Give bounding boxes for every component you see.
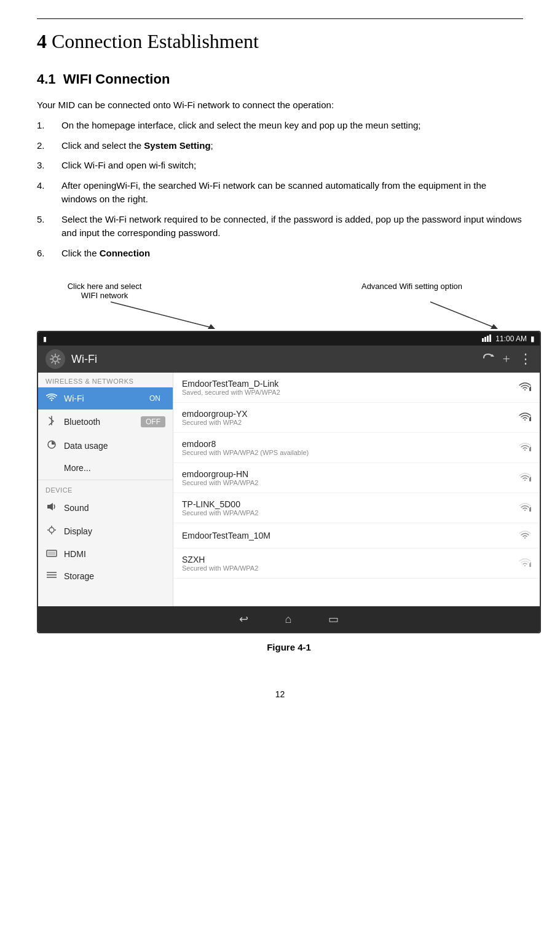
wifi-info-4: emdoorgroup-HN Secured with WPA/WPA2 bbox=[182, 469, 513, 486]
svg-rect-5 bbox=[484, 337, 486, 342]
wifi-network-6[interactable]: EmdoorTestTeam_10M bbox=[173, 523, 540, 548]
svg-line-0 bbox=[111, 302, 212, 328]
wifi-name-7: SZXH bbox=[182, 555, 513, 564]
wifi-signal-3 bbox=[519, 441, 531, 454]
data-usage-icon bbox=[45, 440, 58, 452]
wifi-signal-5 bbox=[519, 502, 531, 514]
sidebar-item-storage[interactable]: Storage bbox=[38, 565, 173, 587]
more-label: More... bbox=[64, 463, 165, 473]
wifi-signal-4 bbox=[519, 472, 531, 484]
wifi-status-5: Secured with WPA/WPA2 bbox=[182, 509, 513, 516]
storage-label: Storage bbox=[64, 571, 165, 581]
display-icon bbox=[45, 525, 58, 537]
add-network-icon[interactable]: + bbox=[503, 351, 510, 367]
wifi-network-3[interactable]: emdoor8 Secured with WPA/WPA2 (WPS avail… bbox=[173, 433, 540, 463]
home-button[interactable]: ⌂ bbox=[285, 613, 292, 626]
status-bar: ▮ 11:00 AM ▮ bbox=[38, 332, 540, 346]
device-screen: ▮ 11:00 AM ▮ bbox=[37, 331, 541, 633]
notification-icon: ▮ bbox=[43, 335, 47, 343]
wireless-section-header: WIRELESS & NETWORKS bbox=[38, 373, 173, 387]
wifi-label: Wi-Fi bbox=[64, 394, 138, 403]
bluetooth-label: Bluetooth bbox=[64, 417, 135, 427]
main-content: WIRELESS & NETWORKS Wi-Fi ON bbox=[38, 373, 540, 606]
svg-rect-25 bbox=[529, 478, 531, 481]
wifi-list: EmdoorTestTeam_D-Link Saved, secured wit… bbox=[173, 373, 540, 606]
wifi-info-1: EmdoorTestTeam_D-Link Saved, secured wit… bbox=[182, 379, 513, 396]
storage-icon bbox=[45, 571, 58, 582]
svg-line-1 bbox=[430, 302, 495, 328]
wifi-name-3: emdoor8 bbox=[182, 439, 513, 449]
sidebar-item-sound[interactable]: Sound bbox=[38, 496, 173, 520]
data-usage-label: Data usage bbox=[64, 441, 165, 451]
wifi-network-7[interactable]: SZXH Secured with WPA/WPA2 bbox=[173, 548, 540, 579]
sidebar-item-hdmi[interactable]: HDMI bbox=[38, 543, 173, 565]
svg-rect-27 bbox=[529, 563, 531, 567]
settings-gear-icon bbox=[45, 349, 65, 369]
step-2: 2. Click and select the System Setting; bbox=[37, 139, 523, 153]
svg-rect-24 bbox=[529, 448, 531, 451]
wifi-network-5[interactable]: TP-LINK_5D00 Secured with WPA/WPA2 bbox=[173, 493, 540, 523]
app-bar: Wi-Fi + ⋮ bbox=[38, 346, 540, 373]
wifi-status-4: Secured with WPA/WPA2 bbox=[182, 479, 513, 486]
wifi-network-1[interactable]: EmdoorTestTeam_D-Link Saved, secured wit… bbox=[173, 373, 540, 403]
wifi-info-2: emdoorgroup-YX Secured with WPA2 bbox=[182, 409, 513, 426]
recent-button[interactable]: ▭ bbox=[328, 612, 339, 626]
nav-bar: ↩ ⌂ ▭ bbox=[38, 606, 540, 632]
step-3: 3. Click Wi-Fi and open wi-fi switch; bbox=[37, 159, 523, 173]
wifi-toggle[interactable]: ON bbox=[144, 393, 165, 404]
svg-rect-11 bbox=[47, 505, 50, 509]
wifi-signal-7 bbox=[519, 557, 531, 569]
annotation-lines-svg bbox=[37, 279, 541, 331]
back-button[interactable]: ↩ bbox=[239, 612, 248, 626]
wifi-signal-2 bbox=[519, 411, 531, 424]
svg-rect-6 bbox=[487, 336, 489, 342]
sidebar-item-more[interactable]: More... bbox=[38, 457, 173, 478]
figure-wrapper: Click here and select WIFI network Advan… bbox=[37, 279, 541, 633]
svg-rect-22 bbox=[529, 387, 531, 391]
step-4: 4. After openingWi-Fi, the searched Wi-F… bbox=[37, 179, 523, 207]
step-1: 1. On the homepage interface, click and … bbox=[37, 119, 523, 133]
svg-point-12 bbox=[49, 528, 54, 532]
sidebar-item-bluetooth[interactable]: Bluetooth OFF bbox=[38, 410, 173, 434]
bluetooth-icon bbox=[45, 415, 58, 429]
steps-list: 1. On the homepage interface, click and … bbox=[37, 119, 523, 260]
figure-caption: Figure 4-1 bbox=[37, 642, 541, 652]
status-bar-right: 11:00 AM ▮ bbox=[482, 334, 535, 343]
svg-point-8 bbox=[53, 357, 58, 362]
more-options-icon[interactable]: ⋮ bbox=[519, 351, 532, 367]
sound-icon bbox=[45, 502, 58, 514]
wifi-name-2: emdoorgroup-YX bbox=[182, 409, 513, 419]
hdmi-icon bbox=[45, 548, 58, 560]
wifi-name-5: TP-LINK_5D00 bbox=[182, 499, 513, 509]
status-bar-left: ▮ bbox=[43, 335, 47, 343]
figure-container: Click here and select WIFI network Advan… bbox=[37, 279, 541, 652]
wifi-network-2[interactable]: emdoorgroup-YX Secured with WPA2 bbox=[173, 403, 540, 433]
wifi-network-4[interactable]: emdoorgroup-HN Secured with WPA/WPA2 bbox=[173, 463, 540, 493]
svg-rect-18 bbox=[48, 552, 55, 555]
wifi-status-1: Saved, secured with WPA/WPA2 bbox=[182, 389, 513, 396]
wifi-refresh-icon[interactable] bbox=[482, 352, 494, 367]
app-bar-actions[interactable]: + ⋮ bbox=[482, 351, 532, 367]
device-section-header: DEVICE bbox=[38, 481, 173, 496]
battery-icon: ▮ bbox=[530, 334, 535, 343]
sidebar: WIRELESS & NETWORKS Wi-Fi ON bbox=[38, 373, 173, 606]
time-display: 11:00 AM bbox=[495, 334, 527, 343]
svg-rect-26 bbox=[529, 508, 531, 512]
svg-rect-23 bbox=[529, 417, 531, 421]
bluetooth-toggle[interactable]: OFF bbox=[141, 416, 165, 427]
wifi-name-6: EmdoorTestTeam_10M bbox=[182, 531, 513, 540]
svg-rect-7 bbox=[489, 334, 491, 342]
intro-text: Your MID can be connected onto Wi-Fi net… bbox=[37, 100, 523, 110]
wifi-signal-1 bbox=[519, 381, 531, 394]
wifi-info-3: emdoor8 Secured with WPA/WPA2 (WPS avail… bbox=[182, 439, 513, 456]
wifi-name-4: emdoorgroup-HN bbox=[182, 469, 513, 479]
sidebar-item-data-usage[interactable]: Data usage bbox=[38, 434, 173, 457]
wifi-status-2: Secured with WPA2 bbox=[182, 419, 513, 426]
header-line bbox=[37, 18, 523, 19]
hdmi-label: HDMI bbox=[64, 549, 165, 559]
sidebar-item-display[interactable]: Display bbox=[38, 520, 173, 543]
wifi-info-7: SZXH Secured with WPA/WPA2 bbox=[182, 555, 513, 572]
signal-icon bbox=[482, 334, 492, 343]
wifi-info-5: TP-LINK_5D00 Secured with WPA/WPA2 bbox=[182, 499, 513, 516]
sidebar-item-wifi[interactable]: Wi-Fi ON bbox=[38, 387, 173, 410]
